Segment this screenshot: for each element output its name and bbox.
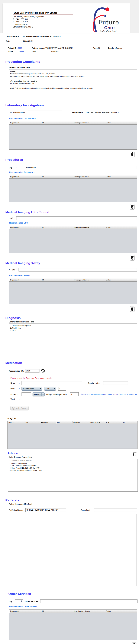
consulted-by-value: : Dr. ORITSETSETOS RAPHAEL PINNICK (22, 36, 61, 38)
logo-heart-icon: ♥ (108, 26, 109, 29)
gender-value: Female (116, 47, 122, 49)
consultant-input[interactable] (94, 508, 137, 512)
trash-icon (131, 307, 134, 311)
way-select[interactable]: Before Meal (22, 387, 42, 390)
logo-tagline: Body Mind Soul (100, 30, 116, 32)
clear-lab-button[interactable] (130, 152, 134, 157)
column-header: Drug ID (8, 421, 24, 424)
column-header: Qty (121, 421, 138, 424)
column-header: ID (41, 226, 73, 229)
uss-table: Department ID Investigation/Service Stat… (9, 226, 137, 253)
special-notes-input[interactable] (103, 381, 128, 385)
column-header: ID (41, 175, 73, 178)
uss-input[interactable] (16, 216, 137, 220)
column-header: Investigation / Service (73, 610, 105, 612)
patient-row-1: Patient ID : 1277 Patient Name : VICKIE … (8, 47, 135, 49)
consult-date-value: : 2024-05-31 (22, 40, 33, 42)
recommended-xray-link[interactable]: Recommended X-Rays (9, 274, 139, 276)
drug-list-table: Drug ID Drug Fequency Way Duration Durat… (8, 421, 138, 449)
gender-label: Gender : (108, 47, 116, 49)
procedures-qty-input[interactable] (15, 166, 23, 169)
company-email: E: jude@future.sc (13, 23, 77, 26)
advice-label: Enter Doctor's Advice Here (9, 456, 32, 458)
column-header: Investigation/Service (73, 121, 105, 124)
column-header: ID (41, 121, 73, 124)
add-drug-button[interactable]: + Add Drug (10, 406, 28, 410)
way-qty-input[interactable] (58, 387, 66, 390)
other-services-input[interactable] (40, 600, 138, 603)
diagnosis-textarea[interactable]: 1. ?Lumbar muscle spasms 2. ?Acid reflux… (9, 324, 137, 355)
clear-uss-button[interactable] (130, 255, 134, 260)
patient-name-label: Patient Name : (32, 47, 45, 49)
clear-other-services-button[interactable] (132, 642, 136, 644)
per-meal-input[interactable] (70, 392, 78, 396)
patient-name-value: VICKIE STEPHANIE POUSSOU (46, 47, 72, 49)
company-phone-2: T: +24 84 225 252 (13, 20, 77, 23)
company-address: Le Chainter,Victoria,Mahe,Seychelles (13, 16, 77, 18)
recommended-uss-link[interactable]: Recommended USS (9, 222, 139, 224)
procedures-qty-label: Qty : (9, 166, 14, 169)
lab-table-header: Department ID Investigation/Service Stat… (10, 121, 137, 124)
procedures-input[interactable] (39, 166, 137, 169)
drug-list-table-header: Drug ID Drug Fequency Way Duration Durat… (8, 421, 137, 424)
referrals-subtitle: Select the needed Refferal (9, 503, 139, 505)
xray-input[interactable] (18, 268, 137, 272)
drug-input[interactable] (22, 381, 82, 385)
column-header: Duration Type (89, 421, 105, 424)
section-title-other-services: Other Services (8, 592, 139, 596)
company-info: Future Care by Future Holdings (Pty) Lim… (13, 12, 77, 28)
refresh-prescription-button[interactable] (41, 368, 45, 373)
clear-procedures-button[interactable] (130, 204, 134, 210)
procedures-table-body (10, 178, 137, 202)
drug-list-table-body (8, 424, 137, 448)
refresh-icon (41, 368, 45, 373)
referred-by-value: ORITSETSETOS RAPHAEL PINNICK (86, 111, 119, 114)
prescription-id-label: Prescription ID : (9, 370, 24, 372)
recommended-procedures-link[interactable]: Recommended Procedures (9, 171, 139, 173)
plus-icon: + (12, 407, 15, 410)
visit-date-label: Date (32, 51, 49, 53)
frequency-select[interactable]: OD (44, 387, 56, 390)
lab-investigation-input[interactable] (28, 110, 62, 114)
decimal-note: Please add as decimal numbers when addin… (81, 393, 137, 395)
age-value: 26 (98, 47, 100, 49)
total-label: Total (10, 398, 19, 400)
other-services-table-body (10, 613, 137, 640)
other-services-table: Department ID Investigation / Service St… (9, 610, 137, 640)
recommended-lab-link[interactable]: Recommended Lab Testings (9, 117, 139, 120)
column-header: Status (105, 175, 137, 178)
advice-textarea[interactable]: 1. counseled on diet, posture 2. continu… (8, 459, 138, 492)
divider (13, 14, 73, 15)
drug-suggestion-notice: Please select the Drug from Drug suggess… (10, 377, 137, 379)
lab-table-body (10, 124, 137, 150)
patient-id-label: Patient ID : (8, 47, 18, 49)
column-header: Department (10, 610, 41, 612)
column-header: Status (105, 121, 137, 124)
section-title-xray: Medical Imaging X-Ray (6, 261, 139, 265)
xray-table-body (10, 282, 137, 304)
chevron-down-icon (42, 393, 44, 396)
column-header: Way (56, 421, 73, 424)
column-header: Status (105, 278, 137, 281)
consultation-info: Consulted By : Dr. ORITSETSETOS RAPHAEL … (6, 36, 139, 42)
complaints-textarea[interactable]: pt seen, feels much better. managed for … (9, 69, 137, 98)
recommended-other-services-link[interactable]: Recommended Other Services (9, 606, 139, 608)
add-drug-panel: Please select the Drug from Drug suggess… (6, 375, 138, 413)
duration-unit-select[interactable]: Day/s (32, 392, 44, 396)
consulted-by-row: Consulted By : Dr. ORITSETSETOS RAPHAEL … (6, 36, 139, 38)
referring-doctor-input[interactable] (26, 508, 66, 512)
column-header: Fequency (40, 421, 56, 424)
clear-xray-button[interactable] (130, 306, 134, 312)
chevron-down-icon (39, 387, 41, 390)
duration-input[interactable] (22, 392, 31, 396)
other-qty-input[interactable] (15, 600, 23, 603)
prescription-id-input[interactable] (25, 369, 40, 373)
patient-row-2: Visit ID : 13256 Date : 2024-05-31 (8, 51, 135, 53)
xray-label: X-Rays : (9, 269, 16, 271)
logo-word-future: Future (98, 19, 119, 26)
way-row: Way : Before Meal OD (10, 387, 137, 390)
procedures-table-header: Department ID Investigation/Service Stat… (10, 175, 137, 178)
section-title-uss: Medical Imaging Ultra Sound (6, 210, 139, 214)
drug-label: Drug (10, 382, 19, 384)
clear-advice-button[interactable] (132, 452, 137, 457)
